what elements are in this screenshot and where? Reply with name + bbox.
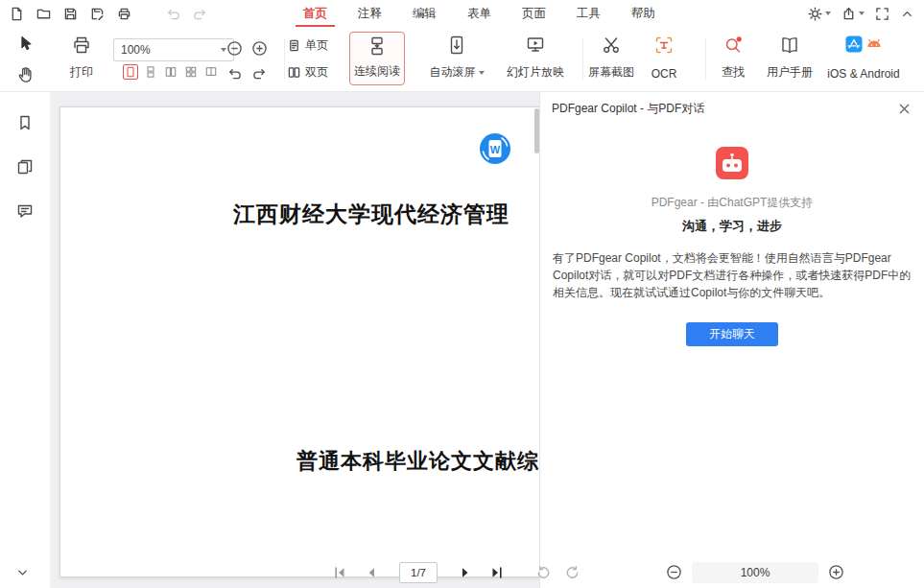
continuous-layout-icon [145,66,156,78]
auto-scroll-button[interactable]: 自动滚屏 [418,32,495,85]
chevron-down-icon [15,565,30,579]
undo-button[interactable] [164,5,182,23]
ocr-button[interactable]: OCR [641,32,687,85]
share-icon [841,7,856,21]
separator [705,38,706,80]
redo-button[interactable] [191,5,209,23]
zoom-in-status-button[interactable] [828,564,844,580]
chevron-down-icon [479,71,485,75]
bookmarks-panel-button[interactable] [13,111,36,134]
last-page-button[interactable] [489,565,505,580]
quick-print-button[interactable] [115,5,133,23]
last-page-icon [489,565,505,580]
tab-form[interactable]: 表单 [452,0,507,27]
layout-single-button[interactable] [123,64,138,80]
pdfgear-window: 首页 注释 编辑 表单 页面 工具 帮助 [0,0,924,588]
tab-annotate[interactable]: 注释 [343,0,397,27]
prev-page-icon [364,565,379,580]
screenshot-label: 屏幕截图 [588,64,634,81]
document-viewport: W 江西财经大学现代经济管理 普通本科毕业论文文献综 [50,92,540,588]
double-page-icon [288,66,300,79]
user-manual-button[interactable]: 用户手册 [762,32,817,85]
collapse-statusbar-button[interactable] [15,565,30,579]
theme-button[interactable] [808,7,831,21]
screenshot-button[interactable]: 屏幕截图 [585,32,637,85]
next-page-button[interactable] [458,565,473,580]
notification-dot [737,36,742,41]
tab-tools[interactable]: 工具 [561,0,616,27]
layout-facing-button[interactable] [163,64,178,80]
single-page-button[interactable]: 单页 [288,37,347,54]
comment-icon [16,202,34,220]
zoom-in-button[interactable] [251,40,268,57]
printer-icon [117,7,131,21]
ocr-icon [654,35,674,55]
search-icon [723,35,743,55]
document-heading: 江西财经大学现代经济管理 [233,200,509,229]
tab-edit[interactable]: 编辑 [397,0,452,27]
user-manual-label: 用户手册 [767,64,813,81]
rotate-left-button[interactable] [226,65,242,81]
copilot-header: PDFgear Copilot - 与PDF对话 [540,92,924,125]
continuous-reading-button[interactable]: 连续阅读 [349,32,405,85]
share-button[interactable] [841,7,865,21]
select-tool-button[interactable] [13,32,36,55]
find-button[interactable]: 查找 [710,32,756,85]
fullscreen-button[interactable] [875,7,889,21]
close-copilot-button[interactable] [895,100,912,117]
document-subheading: 普通本科毕业论文文献综 [296,447,539,476]
close-icon [898,103,911,115]
collapse-ribbon-button[interactable] [900,7,914,21]
first-page-button[interactable] [332,565,347,580]
android-icon [865,35,883,53]
rotate-page-ccw-button[interactable] [535,564,552,580]
open-folder-icon [36,7,51,21]
single-page-label: 单页 [305,37,328,54]
zoom-out-button[interactable] [226,40,243,57]
save-as-button[interactable] [88,5,107,23]
copilot-robot-icon [540,146,924,183]
word-converter-icon[interactable]: W [479,132,511,165]
tab-page[interactable]: 页面 [507,0,561,27]
slideshow-icon [526,35,545,55]
page-indicator[interactable]: 1/7 [399,562,438,583]
slideshow-button[interactable]: 幻灯片放映 [497,32,574,85]
page-layout-options [123,64,219,80]
new-file-button[interactable] [8,5,26,23]
layout-book-button[interactable] [203,64,219,80]
thumbnails-panel-button[interactable] [13,155,36,178]
layout-grid-button[interactable] [183,64,199,80]
printer-icon [72,35,91,55]
zoom-level[interactable]: 100% [692,562,818,583]
zoom-out-status-button[interactable] [666,564,682,580]
single-layout-icon [125,66,136,78]
statusbar: 1/7 100% [0,556,924,588]
prev-page-button[interactable] [364,565,379,580]
layout-continuous-button[interactable] [143,64,158,80]
rotate-page-cw-button[interactable] [564,564,580,580]
mobile-app-icons [845,35,883,53]
start-chat-button[interactable]: 开始聊天 [686,322,778,346]
double-page-button[interactable]: 双页 [288,64,347,81]
hand-tool-button[interactable] [13,63,36,86]
manual-book-icon [780,35,799,55]
open-file-button[interactable] [35,5,53,23]
rotate-cw-icon [564,564,580,580]
facing-layout-icon [165,66,177,78]
rotate-ccw-icon [535,564,552,580]
find-label: 查找 [722,64,745,81]
mobile-apps-button[interactable]: iOS & Android [819,32,908,85]
rotate-right-button[interactable] [251,65,267,81]
double-page-label: 双页 [305,64,328,81]
single-page-icon [288,39,300,52]
slideshow-label: 幻灯片放映 [507,64,564,81]
zoom-select[interactable]: 100% [113,38,234,61]
tab-help[interactable]: 帮助 [616,0,671,27]
print-button[interactable]: 打印 [56,32,107,85]
comments-panel-button[interactable] [13,200,36,223]
new-file-icon [10,7,24,21]
first-page-icon [332,565,347,580]
tab-home[interactable]: 首页 [288,0,343,27]
save-button[interactable] [61,5,80,23]
zoom-status-controls: 100% [666,562,844,583]
